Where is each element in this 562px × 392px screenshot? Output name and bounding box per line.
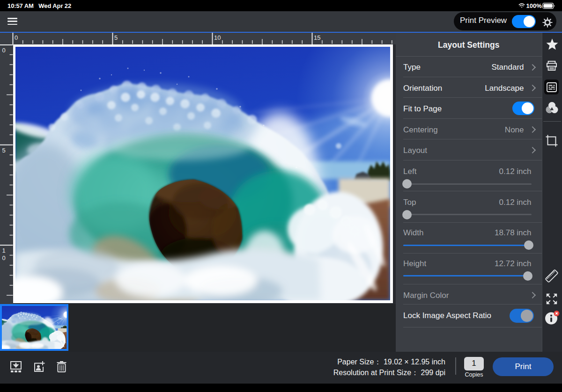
svg-text:0: 0: [2, 47, 6, 54]
svg-text:1: 1: [2, 247, 6, 254]
svg-text:5: 5: [2, 147, 6, 154]
svg-text:10: 10: [214, 34, 221, 41]
svg-text:5: 5: [114, 34, 118, 41]
svg-text:0: 0: [2, 254, 6, 261]
svg-text:0: 0: [15, 34, 18, 41]
svg-text:15: 15: [314, 34, 320, 41]
